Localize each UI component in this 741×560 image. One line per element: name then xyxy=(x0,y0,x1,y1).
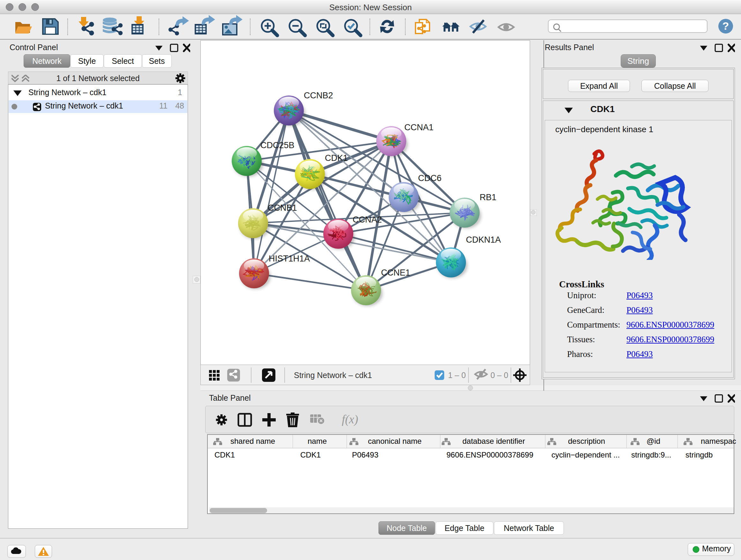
svg-text:CCNE1: CCNE1 xyxy=(381,268,410,277)
svg-text:HIST1H1A: HIST1H1A xyxy=(269,254,310,263)
svg-text:CDK1: CDK1 xyxy=(325,153,348,163)
svg-text:0 – 0: 0 – 0 xyxy=(490,371,509,380)
svg-text:CCNB1: CCNB1 xyxy=(268,203,297,212)
svg-text:CDC6: CDC6 xyxy=(418,173,442,183)
svg-text:RB1: RB1 xyxy=(480,192,496,202)
svg-text:?: ? xyxy=(723,20,729,32)
svg-text:CDKN1A: CDKN1A xyxy=(466,235,501,245)
svg-text:CCNA1: CCNA1 xyxy=(404,123,434,132)
svg-text:CDC25B: CDC25B xyxy=(260,140,294,150)
svg-text:1 – 0: 1 – 0 xyxy=(448,371,466,380)
svg-text:CCNA2: CCNA2 xyxy=(353,215,382,225)
svg-text:String Network – cdk1: String Network – cdk1 xyxy=(294,371,372,380)
svg-text:f(x): f(x) xyxy=(342,413,358,426)
svg-text:CCNB2: CCNB2 xyxy=(304,91,333,100)
